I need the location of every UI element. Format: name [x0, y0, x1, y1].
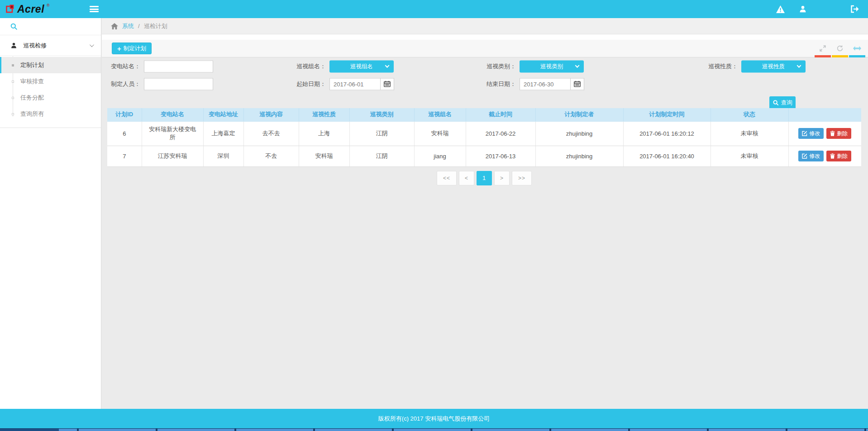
column-header-nature[interactable]: 巡视性质	[299, 108, 349, 121]
user-menu-button[interactable]	[794, 0, 812, 18]
cell-planner: zhujinbing	[535, 146, 623, 166]
column-header-status[interactable]: 状态	[711, 108, 788, 121]
cell-plan-id: 6	[107, 121, 142, 146]
edit-button[interactable]: 修改	[798, 151, 824, 161]
panel-toolbar: + 制定计划	[102, 40, 868, 57]
edit-icon	[802, 131, 807, 136]
cell-deadline: 2017-06-13	[466, 146, 535, 166]
patrol-category-value: 巡视类别	[540, 62, 563, 70]
cell-created: 2017-06-01 16:20:40	[623, 146, 711, 166]
sidebar-item-review[interactable]: 审核排查	[0, 73, 101, 90]
sidebar-item-label: 审核排查	[20, 78, 44, 85]
sidebar-item-label: 任务分配	[20, 94, 44, 101]
fullscreen-icon	[819, 45, 826, 52]
cell-deadline: 2017-06-22	[466, 121, 535, 146]
patrol-category-label: 巡视类别：	[486, 62, 516, 71]
cell-content: 不去	[243, 146, 299, 166]
sidebar-search[interactable]	[0, 18, 101, 35]
logo-registered-mark: ®	[47, 3, 50, 8]
pagination-last[interactable]: >>	[512, 171, 532, 185]
start-date-picker-button[interactable]	[381, 78, 394, 90]
planner-input[interactable]	[144, 78, 213, 90]
tree-node-icon	[12, 97, 14, 99]
sidebar: 巡视检修 定制计划 审核排查 任务分配 查询所有	[0, 18, 101, 409]
user-icon	[799, 5, 807, 13]
trash-icon	[830, 153, 835, 159]
edit-button-label: 修改	[809, 130, 820, 137]
logo-text: Acrel	[17, 4, 44, 14]
app-logo: Acrel ®	[0, 4, 86, 14]
cell-nature: 安科瑞	[299, 146, 349, 166]
planner-label: 制定人员：	[111, 80, 140, 88]
end-date-picker-button[interactable]	[571, 78, 584, 90]
table-header-row: 计划ID 变电站名 变电站地址 巡视内容 巡视性质 巡视类别 巡视组名 截止时间…	[107, 108, 861, 121]
column-header-deadline[interactable]: 截止时间	[466, 108, 535, 121]
column-header-group[interactable]: 巡视组名	[414, 108, 466, 121]
edit-icon	[802, 153, 807, 159]
collapse-button[interactable]	[849, 40, 866, 57]
hamburger-icon[interactable]	[90, 6, 99, 12]
delete-button[interactable]: 删除	[826, 151, 851, 161]
delete-button-label: 删除	[837, 130, 848, 137]
breadcrumb-link-system[interactable]: 系统	[122, 22, 134, 30]
cell-category: 江阴	[349, 146, 414, 166]
logo-icon	[5, 4, 15, 14]
cell-content: 去不去	[243, 121, 299, 146]
calendar-icon	[384, 81, 391, 87]
create-plan-label: 制定计划	[124, 45, 146, 52]
pagination-prev[interactable]: <	[459, 171, 474, 185]
pagination-first[interactable]: <<	[437, 171, 457, 185]
main-content: 系统 / 巡检计划 + 制定计划	[102, 18, 868, 409]
sidebar-item-custom-plan[interactable]: 定制计划	[0, 57, 101, 73]
calendar-icon	[574, 81, 581, 87]
breadcrumb-current: 巡检计划	[144, 22, 167, 30]
end-date-input[interactable]	[520, 78, 571, 90]
table-row: 7 江苏安科瑞 深圳 不去 安科瑞 江阴 jiang 2017-06-13 zh…	[107, 146, 861, 166]
patrol-category-select[interactable]: 巡视类别	[520, 60, 584, 72]
home-icon[interactable]	[111, 23, 118, 29]
filter-area: 变电站名： 巡视组名： 巡视组名 巡视类别： 巡视类别 巡视性质：	[102, 57, 868, 93]
column-header-planner[interactable]: 计划制定者	[535, 108, 623, 121]
create-plan-button[interactable]: + 制定计划	[112, 43, 152, 54]
edit-button[interactable]: 修改	[798, 128, 824, 139]
edit-button-label: 修改	[809, 152, 820, 160]
sidebar-item-query-all[interactable]: 查询所有	[0, 106, 101, 122]
alerts-button[interactable]	[771, 0, 789, 18]
footer: 版权所有(c) 2017 安科瑞电气股份有限公司	[0, 409, 868, 428]
patrol-nature-select[interactable]: 巡视性质	[741, 60, 806, 72]
cell-station: 安科瑞新大楼变电所	[142, 121, 203, 146]
column-header-category[interactable]: 巡视类别	[349, 108, 414, 121]
sidebar-item-task-assign[interactable]: 任务分配	[0, 90, 101, 106]
table-row: 6 安科瑞新大楼变电所 上海嘉定 去不去 上海 江阴 安科瑞 2017-06-2…	[107, 121, 861, 146]
pagination-next[interactable]: >	[494, 171, 510, 185]
cell-status: 未审核	[711, 121, 788, 146]
sidebar-menu-inspection[interactable]: 巡视检修	[0, 35, 101, 56]
start-date-input[interactable]	[329, 78, 381, 90]
sidebar-menu-label: 巡视检修	[23, 42, 84, 50]
search-icon	[10, 23, 18, 30]
pagination-page-1[interactable]: 1	[477, 171, 492, 185]
logout-button[interactable]	[845, 0, 863, 18]
warning-icon	[776, 5, 785, 14]
patrol-group-label: 巡视组名：	[296, 62, 326, 71]
column-header-created[interactable]: 计划制定时间	[623, 108, 711, 121]
station-name-label: 变电站名：	[111, 62, 140, 71]
query-button[interactable]: 查询	[769, 96, 796, 109]
column-header-station[interactable]: 变电站名	[142, 108, 203, 121]
tree-node-icon	[12, 64, 14, 66]
column-header-content[interactable]: 巡视内容	[243, 108, 299, 121]
cell-actions: 修改 删除	[788, 121, 861, 146]
delete-button[interactable]: 删除	[826, 128, 851, 139]
column-header-actions	[788, 108, 861, 121]
refresh-button[interactable]	[831, 40, 849, 57]
cell-actions: 修改 删除	[788, 146, 861, 166]
station-name-input[interactable]	[144, 60, 213, 72]
patrol-group-select[interactable]: 巡视组名	[329, 60, 394, 72]
column-header-plan-id[interactable]: 计划ID	[107, 108, 142, 121]
spacer	[102, 34, 868, 40]
column-header-address[interactable]: 变电站地址	[203, 108, 243, 121]
fullscreen-button[interactable]	[814, 40, 831, 57]
cell-address: 深圳	[203, 146, 243, 166]
delete-button-label: 删除	[837, 152, 848, 160]
filter-row-1: 变电站名： 巡视组名： 巡视组名 巡视类别： 巡视类别 巡视性质：	[102, 57, 868, 75]
